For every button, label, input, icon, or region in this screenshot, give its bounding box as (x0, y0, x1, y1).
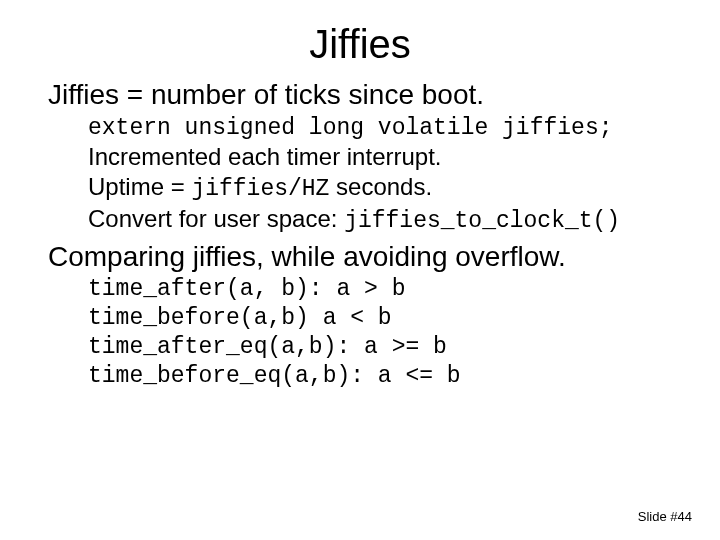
section-heading-2: Comparing jiffies, while avoiding overfl… (48, 240, 672, 274)
uptime-line: Uptime = jiffies/HZ seconds. (88, 172, 672, 204)
convert-line: Convert for user space: jiffies_to_clock… (88, 204, 672, 236)
slide: Jiffies Jiffies = number of ticks since … (0, 0, 720, 540)
slide-number: Slide #44 (638, 509, 692, 524)
section-heading-1: Jiffies = number of ticks since boot. (48, 78, 672, 112)
uptime-pre: Uptime = (88, 173, 191, 200)
code-time-before: time_before(a,b) a < b (88, 304, 672, 333)
slide-title: Jiffies (48, 22, 672, 66)
convert-code: jiffies_to_clock_t() (344, 208, 620, 234)
code-time-after: time_after(a, b): a > b (88, 275, 672, 304)
code-extern-decl: extern unsigned long volatile jiffies; (88, 114, 672, 143)
incremented-line: Incremented each timer interrupt. (88, 142, 672, 172)
code-time-before-eq: time_before_eq(a,b): a <= b (88, 362, 672, 391)
section-1-body: extern unsigned long volatile jiffies; I… (88, 114, 672, 236)
code-time-after-eq: time_after_eq(a,b): a >= b (88, 333, 672, 362)
uptime-post: seconds. (329, 173, 432, 200)
section-2-body: time_after(a, b): a > b time_before(a,b)… (88, 275, 672, 390)
uptime-code: jiffies/HZ (191, 176, 329, 202)
convert-pre: Convert for user space: (88, 205, 344, 232)
